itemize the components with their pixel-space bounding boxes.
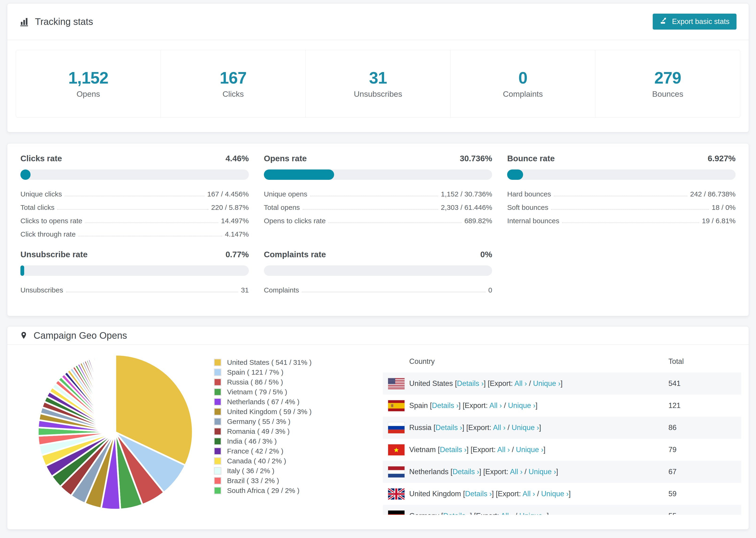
details-link-spain[interactable]: Details ›	[432, 402, 459, 409]
legend-label: Russia ( 86 / 5% )	[227, 378, 283, 386]
rate-title-bounce: Bounce rate	[507, 154, 555, 162]
legend-label: Spain ( 121 / 7% )	[227, 368, 283, 376]
rate-block-bounce: Bounce rate6.927%Hard bounces242 / 86.73…	[507, 154, 735, 241]
export-all-link-vietnam[interactable]: All ›	[497, 446, 510, 454]
rate-row-soft-bounces: Soft bounces18 / 0%	[507, 201, 735, 214]
details-link-united-states[interactable]: Details ›	[457, 379, 484, 388]
export-unique-link-united-states[interactable]: Unique ›	[533, 379, 561, 388]
geo-opens-body: United States ( 541 / 31% )Spain ( 121 /…	[7, 345, 749, 515]
export-unique-link-germany[interactable]: Unique ›	[519, 512, 547, 515]
stats-row: 1,152Opens167Clicks31Unsubscribes0Compla…	[16, 50, 740, 118]
export-all-link-spain[interactable]: All ›	[489, 402, 502, 409]
stat-label-complaints: Complaints	[503, 90, 543, 98]
rate-row-internal-bounces: Internal bounces19 / 6.81%	[507, 214, 735, 228]
geo-table-header-total: Total	[669, 357, 741, 366]
legend-swatch	[214, 487, 221, 494]
total-cell-netherlands: 67	[669, 467, 741, 476]
export-all-link-netherlands[interactable]: All ›	[510, 467, 522, 476]
details-link-germany[interactable]: Details ›	[443, 512, 470, 515]
legend-label: South Africa ( 29 / 2% )	[227, 487, 299, 495]
dotted-leader	[65, 196, 204, 196]
rate-row-value: 31	[241, 286, 249, 294]
legend-swatch	[214, 438, 221, 445]
dotted-leader	[554, 196, 687, 196]
stat-label-bounces: Bounces	[652, 90, 683, 98]
rate-row-value: 220 / 5.87%	[211, 203, 249, 211]
legend-label: Canada ( 40 / 2% )	[227, 457, 286, 465]
rates-bottom-row: Unsubscribe rate0.77%Unsubscribes31Compl…	[7, 241, 749, 297]
bar-chart-icon	[20, 17, 29, 27]
dotted-leader	[79, 236, 222, 237]
export-all-link-united-kingdom[interactable]: All ›	[522, 490, 535, 498]
country-name: United States	[409, 379, 455, 388]
details-link-russia[interactable]: Details ›	[436, 423, 462, 432]
rate-row-value: 14.497%	[221, 217, 249, 225]
details-link-vietnam[interactable]: Details ›	[440, 446, 466, 454]
rate-head-complaints: Complaints rate0%	[264, 250, 492, 258]
geo-table-row-united-states: United States [Details ›] [Export: All ›…	[383, 372, 741, 395]
country-cell-russia: Russia [Details ›] [Export: All › / Uniq…	[409, 423, 669, 432]
rate-row-label: Unique clicks	[21, 190, 62, 198]
rate-block-clicks: Clicks rate4.46%Unique clicks167 / 4.456…	[21, 154, 249, 241]
flag-vn-icon	[388, 444, 405, 456]
country-cell-germany: Germany [Details ›] [Export: All › / Uni…	[409, 512, 669, 515]
geo-table-row-russia: Russia [Details ›] [Export: All › / Uniq…	[383, 417, 741, 439]
rate-row-label: Hard bounces	[507, 190, 551, 198]
details-link-united-kingdom[interactable]: Details ›	[465, 490, 492, 498]
stat-value-opens: 1,152	[68, 70, 108, 86]
geo-table-row-spain: Spain [Details ›] [Export: All › / Uniqu…	[383, 395, 741, 417]
rate-progress-fill-opens	[264, 170, 334, 180]
legend-swatch	[214, 418, 221, 425]
details-link-netherlands[interactable]: Details ›	[453, 467, 479, 476]
rate-row-label: Click through rate	[21, 230, 76, 238]
legend-label: Romania ( 49 / 3% )	[227, 427, 290, 435]
legend-item-germany: Germany ( 55 / 3% )	[214, 417, 369, 426]
rate-row-label: Clicks to opens rate	[21, 217, 82, 225]
geo-table-row-netherlands: Netherlands [Details ›] [Export: All › /…	[383, 461, 741, 483]
export-unique-link-netherlands[interactable]: Unique ›	[528, 467, 556, 476]
legend-swatch	[214, 408, 221, 415]
rate-row-label: Complaints	[264, 286, 299, 294]
country-cell-netherlands: Netherlands [Details ›] [Export: All › /…	[409, 467, 669, 476]
rate-block-complaints: Complaints rate0%Complaints0	[264, 250, 492, 297]
legend-item-romania: Romania ( 49 / 3% )	[214, 426, 369, 436]
export-all-link-germany[interactable]: All ›	[501, 512, 513, 515]
legend-label: United Kingdom ( 59 / 3% )	[227, 408, 311, 416]
flag-cell	[383, 378, 409, 389]
legend-label: United States ( 541 / 31% )	[227, 358, 311, 366]
export-all-link-united-states[interactable]: All ›	[514, 379, 527, 388]
legend-item-brazil: Brazil ( 33 / 2% )	[214, 476, 369, 486]
legend-item-canada: Canada ( 40 / 2% )	[214, 456, 369, 466]
dotted-leader	[551, 209, 709, 210]
export-unique-link-spain[interactable]: Unique ›	[508, 402, 535, 409]
export-unique-link-united-kingdom[interactable]: Unique ›	[541, 490, 568, 498]
rate-rows-clicks: Unique clicks167 / 4.456%Total clicks220…	[21, 187, 249, 241]
dotted-leader	[85, 223, 218, 223]
rate-head-clicks: Clicks rate4.46%	[21, 154, 249, 162]
export-unique-link-russia[interactable]: Unique ›	[512, 423, 539, 432]
rate-row-label: Total clicks	[21, 203, 54, 211]
legend-swatch	[214, 378, 221, 386]
legend-item-russia: Russia ( 86 / 5% )	[214, 377, 369, 387]
geo-table-header-row: Country Total	[383, 350, 741, 372]
geo-table-row-germany: Germany [Details ›] [Export: All › / Uni…	[383, 505, 741, 515]
flag-cell	[383, 466, 409, 477]
export-unique-link-vietnam[interactable]: Unique ›	[516, 446, 543, 454]
legend-item-united-kingdom: United Kingdom ( 59 / 3% )	[214, 407, 369, 417]
tracking-stats-header: Tracking stats Export basic stats	[7, 4, 749, 40]
rate-head-unsubscribe: Unsubscribe rate0.77%	[21, 250, 249, 258]
flag-cell	[383, 400, 409, 411]
rate-rows-unsubscribe: Unsubscribes31	[21, 283, 249, 297]
rate-progress-fill-bounce	[507, 170, 523, 180]
stat-cell-opens: 1,152Opens	[16, 50, 161, 117]
export-basic-stats-button[interactable]: Export basic stats	[653, 14, 736, 29]
legend-label: Vietnam ( 79 / 5% )	[227, 388, 287, 396]
legend-swatch	[214, 398, 221, 405]
rate-value-opens: 30.736%	[460, 154, 492, 162]
dotted-leader	[310, 196, 438, 196]
rate-row-value: 19 / 6.81%	[702, 217, 735, 225]
export-all-link-russia[interactable]: All ›	[493, 423, 506, 432]
country-cell-united-kingdom: United Kingdom [Details ›] [Export: All …	[409, 490, 669, 498]
rate-row-click-through-rate: Click through rate4.147%	[21, 228, 249, 241]
stats-summary: 1,152Opens167Clicks31Unsubscribes0Compla…	[16, 50, 740, 118]
